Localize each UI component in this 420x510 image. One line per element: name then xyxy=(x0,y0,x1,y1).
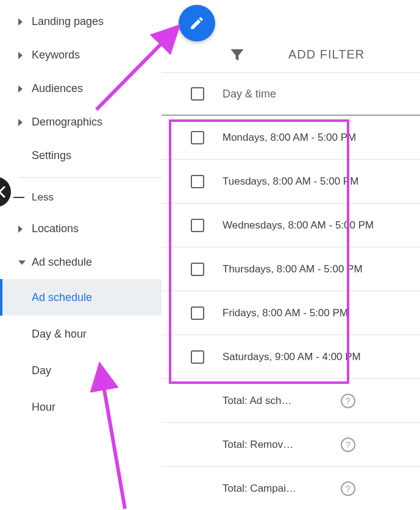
row-label: Saturdays, 9:00 AM - 4:00 PM xyxy=(222,350,402,364)
caret-right-icon xyxy=(18,85,23,93)
nav-audiences[interactable]: Audiences xyxy=(0,72,162,105)
total-label: Total: Campai… xyxy=(222,483,332,495)
nav-keywords[interactable]: Keywords xyxy=(0,38,162,72)
total-row: Total: Remov… ? xyxy=(162,423,420,467)
total-label: Total: Remov… xyxy=(222,439,332,451)
nav-label: Audiences xyxy=(32,82,83,95)
nav-ad-schedule[interactable]: Ad schedule xyxy=(0,246,162,279)
nav-label: Keywords xyxy=(32,49,80,62)
nav-locations[interactable]: Locations xyxy=(0,212,162,246)
subnav-label: Day xyxy=(32,364,51,377)
less-label: Less xyxy=(32,191,54,204)
nav-label: Demographics xyxy=(32,116,102,129)
table-header: Day & time xyxy=(162,73,420,116)
table-row[interactable]: Wednesdays, 8:00 AM - 5:00 PM xyxy=(162,204,420,247)
subnav-ad-schedule[interactable]: Ad schedule xyxy=(0,279,162,316)
table-row[interactable]: Saturdays, 9:00 AM - 4:00 PM xyxy=(162,335,420,379)
row-checkbox[interactable] xyxy=(191,306,204,320)
nav-label: Landing pages xyxy=(32,15,104,28)
row-checkbox[interactable] xyxy=(191,131,204,144)
help-icon[interactable]: ? xyxy=(341,437,355,452)
subnav-label: Ad schedule xyxy=(32,291,92,304)
help-icon[interactable]: ? xyxy=(341,481,355,496)
table-row[interactable]: Fridays, 8:00 AM - 5:00 PM xyxy=(162,291,420,335)
nav-landing-pages[interactable]: Landing pages xyxy=(0,5,162,38)
minus-icon xyxy=(13,197,24,198)
divider xyxy=(18,177,162,178)
table-row[interactable]: Thursdays, 8:00 AM - 5:00 PM xyxy=(162,247,420,291)
nav-label: Locations xyxy=(32,222,79,235)
select-all-checkbox[interactable] xyxy=(191,87,204,101)
row-checkbox[interactable] xyxy=(191,219,204,232)
total-row: Total: Ad sch… ? xyxy=(162,379,420,423)
nav-less-toggle[interactable]: Less xyxy=(0,183,162,212)
caret-down-icon xyxy=(18,260,26,264)
pencil-icon xyxy=(189,15,205,31)
column-header-day-time[interactable]: Day & time xyxy=(222,88,276,101)
row-checkbox[interactable] xyxy=(191,175,204,188)
total-row: Total: Campai… ? xyxy=(162,467,420,510)
help-icon[interactable]: ? xyxy=(341,394,355,408)
filter-icon xyxy=(229,46,246,63)
nav-settings[interactable]: Settings xyxy=(0,139,162,172)
edit-button[interactable] xyxy=(179,5,215,41)
subnav-label: Hour xyxy=(32,401,55,414)
add-filter-button[interactable]: ADD FILTER xyxy=(162,37,420,73)
subnav-hour[interactable]: Hour xyxy=(0,389,162,425)
table-row[interactable]: Tuesdays, 8:00 AM - 5:00 PM xyxy=(162,160,420,204)
nav-label: Ad schedule xyxy=(32,256,92,269)
main-content: ADD FILTER Day & time Mondays, 8:00 AM -… xyxy=(162,0,420,510)
caret-right-icon xyxy=(18,225,23,233)
row-label: Thursdays, 8:00 AM - 5:00 PM xyxy=(222,262,402,277)
row-label: Wednesdays, 8:00 AM - 5:00 PM xyxy=(222,218,402,233)
subnav-day-hour[interactable]: Day & hour xyxy=(0,316,162,352)
sidebar: Landing pages Keywords Audiences Demogra… xyxy=(0,0,162,510)
row-label: Tuesdays, 8:00 AM - 5:00 PM xyxy=(222,174,402,189)
nav-demographics[interactable]: Demographics xyxy=(0,105,162,139)
table-row[interactable]: Mondays, 8:00 AM - 5:00 PM xyxy=(162,116,420,160)
row-checkbox[interactable] xyxy=(191,350,204,364)
nav-label: Settings xyxy=(32,149,71,162)
subnav-label: Day & hour xyxy=(32,328,87,341)
add-filter-label: ADD FILTER xyxy=(288,48,365,62)
row-label: Mondays, 8:00 AM - 5:00 PM xyxy=(222,130,402,145)
row-label: Fridays, 8:00 AM - 5:00 PM xyxy=(222,306,402,321)
caret-right-icon xyxy=(18,52,23,59)
subnav-day[interactable]: Day xyxy=(0,352,162,389)
caret-right-icon xyxy=(18,18,23,26)
caret-right-icon xyxy=(18,119,23,126)
row-checkbox[interactable] xyxy=(191,263,204,276)
total-label: Total: Ad sch… xyxy=(222,395,332,407)
